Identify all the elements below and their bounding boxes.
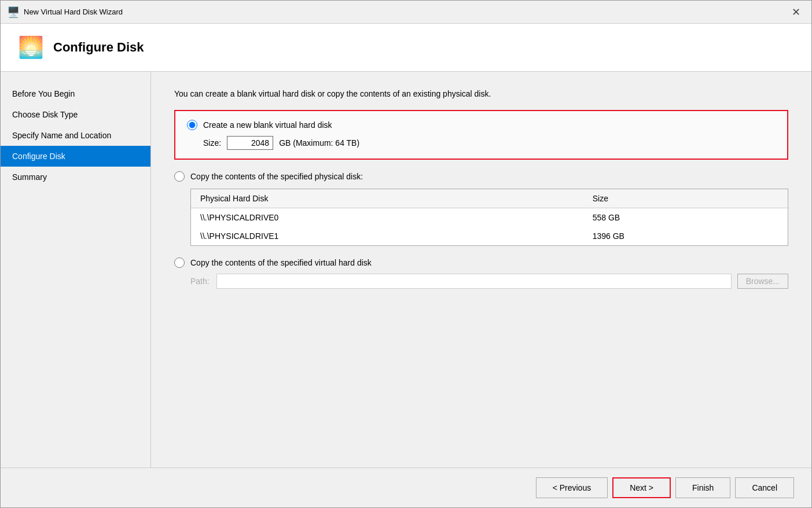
browse-button[interactable]: Browse... xyxy=(737,274,788,289)
title-bar-left: 🖥️ New Virtual Hard Disk Wizard xyxy=(8,6,123,18)
size-unit: GB (Maximum: 64 TB) xyxy=(279,138,359,148)
title-bar: 🖥️ New Virtual Hard Disk Wizard ✕ xyxy=(1,1,811,24)
header-panel: 🌅 Configure Disk xyxy=(1,24,811,72)
sidebar: Before You Begin Choose Disk Type Specif… xyxy=(1,72,151,467)
main-content: You can create a blank virtual hard disk… xyxy=(151,72,811,467)
copy-physical-label[interactable]: Copy the contents of the specified physi… xyxy=(190,172,363,181)
size-label: Size: xyxy=(203,138,221,148)
sidebar-item-before-you-begin[interactable]: Before You Begin xyxy=(1,83,150,104)
table-row[interactable]: \\.\PHYSICALDRIVE1 1396 GB xyxy=(191,227,788,245)
previous-button[interactable]: < Previous xyxy=(536,477,608,498)
copy-virtual-radio[interactable] xyxy=(174,257,185,268)
disk-name-0: \\.\PHYSICALDRIVE0 xyxy=(191,208,583,227)
size-input[interactable] xyxy=(227,136,273,150)
copy-virtual-option-group: Copy the contents of the specified virtu… xyxy=(174,257,788,289)
size-row: Size: GB (Maximum: 64 TB) xyxy=(203,136,776,150)
copy-physical-option-group: Copy the contents of the specified physi… xyxy=(174,171,788,246)
sidebar-item-summary[interactable]: Summary xyxy=(1,167,150,187)
create-new-radio[interactable] xyxy=(187,120,197,130)
table-header-size: Size xyxy=(583,189,788,208)
copy-virtual-label[interactable]: Copy the contents of the specified virtu… xyxy=(190,258,372,267)
sidebar-item-specify-name-location[interactable]: Specify Name and Location xyxy=(1,125,150,146)
footer: < Previous Next > Finish Cancel xyxy=(1,467,811,507)
create-new-radio-option[interactable]: Create a new blank virtual hard disk xyxy=(187,120,776,130)
configure-disk-icon: 🌅 xyxy=(18,35,44,60)
disk-size-1: 1396 GB xyxy=(583,227,788,245)
close-button[interactable]: ✕ xyxy=(787,3,804,21)
sidebar-item-choose-disk-type[interactable]: Choose Disk Type xyxy=(1,104,150,125)
table-header-disk: Physical Hard Disk xyxy=(191,189,583,208)
path-row: Path: Browse... xyxy=(190,274,788,289)
table-row[interactable]: \\.\PHYSICALDRIVE0 558 GB xyxy=(191,208,788,227)
copy-virtual-radio-option[interactable]: Copy the contents of the specified virtu… xyxy=(174,257,788,268)
copy-physical-radio-option[interactable]: Copy the contents of the specified physi… xyxy=(174,171,788,182)
finish-button[interactable]: Finish xyxy=(675,477,730,498)
description-text: You can create a blank virtual hard disk… xyxy=(174,89,788,98)
title-bar-icon: 🖥️ xyxy=(8,6,19,18)
path-label: Path: xyxy=(190,277,211,286)
path-input[interactable] xyxy=(216,274,732,289)
create-new-option-box: Create a new blank virtual hard disk Siz… xyxy=(174,110,788,160)
cancel-button[interactable]: Cancel xyxy=(735,477,794,498)
wizard-window: 🖥️ New Virtual Hard Disk Wizard ✕ 🌅 Conf… xyxy=(0,0,812,508)
page-title: Configure Disk xyxy=(53,40,144,55)
disk-name-1: \\.\PHYSICALDRIVE1 xyxy=(191,227,583,245)
copy-physical-radio[interactable] xyxy=(174,171,185,182)
content-area: Before You Begin Choose Disk Type Specif… xyxy=(1,72,811,467)
disk-size-0: 558 GB xyxy=(583,208,788,227)
sidebar-item-configure-disk[interactable]: Configure Disk xyxy=(1,146,150,167)
title-bar-text: New Virtual Hard Disk Wizard xyxy=(24,8,123,16)
create-new-label[interactable]: Create a new blank virtual hard disk xyxy=(203,120,332,130)
next-button[interactable]: Next > xyxy=(612,477,671,498)
physical-disk-table-container: Physical Hard Disk Size \\.\PHYSICALDRIV… xyxy=(190,189,788,246)
physical-disk-table: Physical Hard Disk Size \\.\PHYSICALDRIV… xyxy=(191,189,788,245)
